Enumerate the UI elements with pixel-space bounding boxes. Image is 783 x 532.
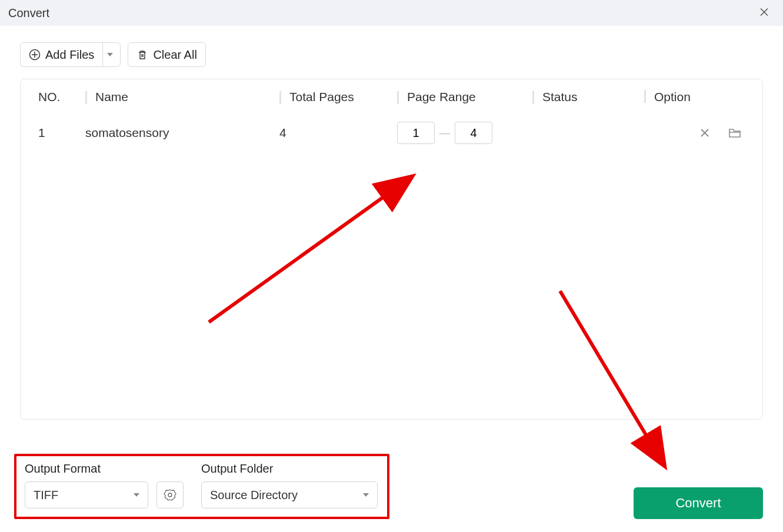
header-status: Status <box>542 90 578 103</box>
output-settings-highlight: Output Format TIFF Output Folder Source … <box>14 454 389 519</box>
header-option: Option <box>654 90 691 104</box>
folder-icon <box>728 127 741 139</box>
range-separator: — <box>439 127 450 139</box>
trash-icon <box>136 49 148 61</box>
output-format-label: Output Format <box>25 462 184 476</box>
chevron-down-icon <box>134 493 139 497</box>
cell-total-pages: 4 <box>279 126 286 139</box>
window-close-button[interactable] <box>755 4 774 22</box>
header-no: NO. <box>38 90 60 103</box>
clear-all-label: Clear All <box>153 48 196 62</box>
convert-button-label: Convert <box>675 496 721 511</box>
table-row: 1 somatosensory 4 — <box>21 115 762 151</box>
window-title: Convert <box>8 6 49 20</box>
output-folder-select[interactable]: Source Directory <box>201 481 378 508</box>
chevron-down-icon <box>363 493 369 497</box>
header-page-range: Page Range <box>407 90 476 103</box>
file-table: NO. Name Total Pages Page Range Status O… <box>20 79 763 420</box>
svg-point-1 <box>168 493 172 497</box>
window-titlebar: Convert <box>0 0 783 26</box>
close-icon <box>699 127 711 139</box>
plus-circle-icon <box>29 49 41 61</box>
convert-button[interactable]: Convert <box>634 487 763 519</box>
add-files-button[interactable]: Add Files <box>20 42 121 67</box>
page-range-to-input[interactable] <box>455 122 492 144</box>
output-format-value: TIFF <box>34 488 58 502</box>
output-folder-label: Output Folder <box>201 462 378 476</box>
close-icon <box>759 8 769 17</box>
cell-no: 1 <box>38 126 45 139</box>
output-format-select[interactable]: TIFF <box>25 481 148 508</box>
cell-name: somatosensory <box>85 126 169 139</box>
toolbar: Add Files Clear All <box>0 26 783 79</box>
gear-icon <box>164 488 176 501</box>
output-folder-value: Source Directory <box>210 488 298 502</box>
header-name: Name <box>95 90 128 103</box>
remove-row-button[interactable] <box>699 127 711 139</box>
chevron-down-icon <box>107 53 113 56</box>
output-format-settings-button[interactable] <box>156 481 184 508</box>
add-files-label: Add Files <box>45 48 94 62</box>
footer: Output Format TIFF Output Folder Source … <box>14 454 763 519</box>
table-header-row: NO. Name Total Pages Page Range Status O… <box>21 79 762 115</box>
page-range-from-input[interactable] <box>397 122 435 144</box>
open-folder-button[interactable] <box>728 127 741 139</box>
add-files-dropdown-caret[interactable] <box>102 43 116 66</box>
header-total-pages: Total Pages <box>289 90 354 103</box>
clear-all-button[interactable]: Clear All <box>128 42 205 67</box>
